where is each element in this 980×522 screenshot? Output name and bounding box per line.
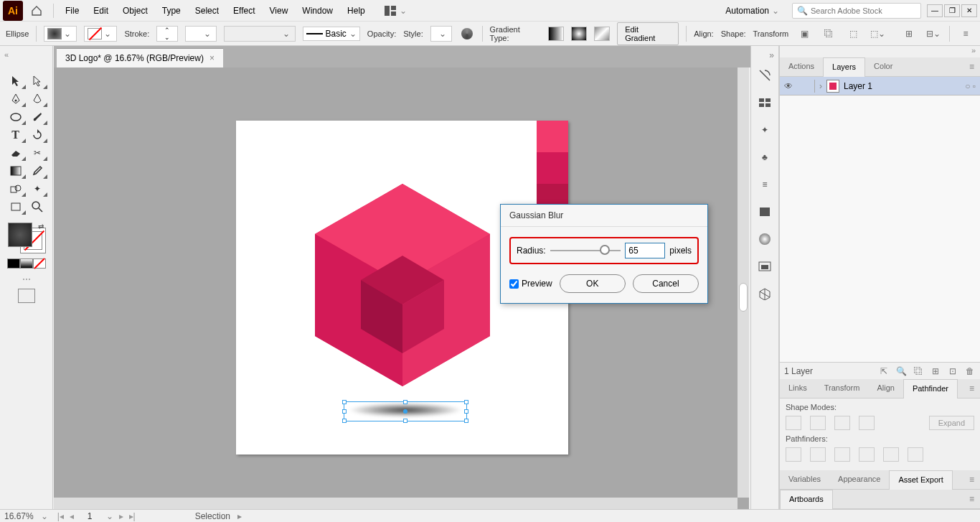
selection-tool[interactable] [5, 72, 27, 90]
screen-mode[interactable] [18, 289, 35, 303]
eraser-tool[interactable] [5, 144, 27, 162]
gradient-tool[interactable] [5, 162, 27, 180]
brushes-icon[interactable]: ✦ [755, 122, 774, 138]
panel-menu-icon[interactable]: ≡ [963, 379, 980, 398]
visibility-icon[interactable]: 👁 [784, 81, 796, 91]
artboard-tool[interactable] [5, 197, 27, 215]
menu-effect[interactable]: Effect [226, 3, 262, 19]
close-button[interactable]: ✕ [961, 4, 977, 17]
selection-bounds[interactable] [344, 401, 467, 421]
new-sublayer-icon[interactable]: ⊞ [930, 366, 941, 376]
swatches-icon[interactable] [755, 204, 774, 220]
delete-layer-icon[interactable]: 🗑 [964, 366, 976, 376]
align-to-icon[interactable]: ⊞ [903, 27, 915, 40]
tab-layers[interactable]: Layers [823, 57, 865, 77]
gradient-linear[interactable] [548, 27, 564, 41]
symbols-icon[interactable]: ♣ [755, 149, 774, 165]
workspace-switcher[interactable]: Automation ⌄ [718, 3, 786, 19]
align-pixel-icon[interactable]: ⊟⌄ [927, 27, 940, 40]
exclude-icon[interactable] [859, 416, 875, 430]
stroke-swatch[interactable]: ⌄ [84, 26, 117, 42]
menu-select[interactable]: Select [188, 3, 226, 19]
menu-object[interactable]: Object [116, 3, 155, 19]
search-input[interactable] [811, 6, 916, 15]
next-artboard-icon[interactable]: ▸ [117, 511, 126, 521]
prev-artboard-icon[interactable]: ◂ [67, 511, 76, 521]
scissors-tool[interactable]: ✂ [27, 144, 48, 162]
tab-appearance[interactable]: Appearance [829, 470, 889, 489]
tab-transform[interactable]: Transform [816, 379, 869, 398]
expand-dock-icon[interactable]: » [780, 46, 980, 57]
tab-variables[interactable]: Variables [780, 470, 829, 489]
tab-pathfinder[interactable]: Pathfinder [903, 379, 958, 399]
radius-input[interactable] [625, 243, 665, 258]
tab-links[interactable]: Links [780, 379, 816, 398]
expand-button[interactable]: Expand [929, 416, 974, 430]
ellipse-tool[interactable] [5, 108, 27, 126]
minus-back-icon[interactable] [908, 447, 923, 462]
tab-artboards[interactable]: Artboards [780, 490, 833, 509]
gradient-radial[interactable] [571, 27, 587, 41]
swap-fill-stroke-icon[interactable]: ⇄ [38, 223, 44, 230]
symbol-sprayer-tool[interactable]: ✦ [27, 180, 48, 197]
libraries-icon[interactable] [755, 95, 774, 111]
fill-color[interactable] [8, 223, 32, 247]
arrange-icon[interactable]: ⬚ [847, 27, 859, 40]
3d-icon[interactable] [755, 286, 774, 302]
locate-icon[interactable]: ⇱ [878, 366, 890, 376]
color-mode-gradient[interactable] [20, 258, 33, 269]
menu-type[interactable]: Type [155, 3, 188, 19]
layer-name[interactable]: Layer 1 [844, 81, 872, 91]
panel-menu-icon[interactable]: ≡ [959, 27, 972, 40]
group-icon[interactable]: ⿻ [822, 27, 835, 40]
outline-icon[interactable] [883, 447, 899, 462]
ok-button[interactable]: OK [560, 274, 626, 293]
vertical-scrollbar[interactable] [738, 67, 749, 498]
fill-stroke-control[interactable]: ⇄ [6, 221, 47, 254]
select-similar-icon[interactable]: ⬚⌄ [871, 27, 884, 40]
curvature-tool[interactable] [27, 90, 48, 108]
search-stock-field[interactable]: 🔍 [792, 3, 921, 19]
radius-slider[interactable] [550, 250, 621, 251]
tab-asset-export[interactable]: Asset Export [889, 470, 952, 490]
minus-front-icon[interactable] [810, 416, 826, 430]
divide-icon[interactable] [786, 447, 801, 462]
tab-color[interactable]: Color [865, 57, 901, 76]
arrange-documents-icon[interactable] [382, 3, 398, 19]
edit-gradient-button[interactable]: Edit Gradient [617, 22, 679, 45]
expand-layer-icon[interactable]: › [819, 81, 822, 91]
tab-actions[interactable]: Actions [780, 57, 823, 76]
color-mode-solid[interactable] [7, 258, 20, 269]
unite-icon[interactable] [786, 416, 801, 430]
zoom-tool[interactable] [27, 197, 48, 215]
horizontal-scrollbar[interactable] [54, 498, 738, 509]
merge-icon[interactable] [834, 447, 850, 462]
properties-icon[interactable] [755, 67, 774, 83]
blend-tool[interactable] [5, 180, 27, 197]
minimize-button[interactable]: — [927, 4, 943, 17]
recolor-icon[interactable] [459, 26, 475, 42]
layer-row[interactable]: 👁 › Layer 1 ○ ▫ [780, 77, 980, 95]
fill-swatch[interactable]: ⌄ [44, 26, 77, 42]
panel-menu-icon[interactable]: ≡ [963, 490, 980, 508]
trim-icon[interactable] [810, 447, 826, 462]
status-menu-icon[interactable]: ▸ [237, 511, 242, 521]
isolate-icon[interactable]: ▣ [798, 27, 811, 40]
restore-button[interactable]: ❐ [944, 4, 960, 17]
home-icon[interactable] [29, 3, 44, 19]
color-mode-none[interactable] [33, 258, 46, 269]
slider-thumb[interactable] [600, 245, 610, 255]
intersect-icon[interactable] [834, 416, 850, 430]
rotate-tool[interactable] [27, 126, 48, 144]
brush-definition[interactable]: Basic⌄ [303, 27, 360, 41]
graphic-style-dd[interactable]: ⌄ [430, 26, 452, 42]
crop-icon[interactable] [859, 447, 875, 462]
panel-menu-icon[interactable]: ≡ [963, 57, 980, 76]
variable-width-profile[interactable]: ⌄ [224, 26, 296, 42]
document-tab[interactable]: 3D Logo* @ 16.67% (RGB/Preview) × [57, 48, 223, 67]
type-tool[interactable]: T [5, 126, 27, 144]
stroke-width-dd[interactable]: ⌄ [185, 26, 217, 42]
menu-window[interactable]: Window [295, 3, 340, 19]
panel-menu-icon[interactable]: ≡ [963, 470, 980, 489]
first-artboard-icon[interactable]: |◂ [55, 511, 66, 521]
